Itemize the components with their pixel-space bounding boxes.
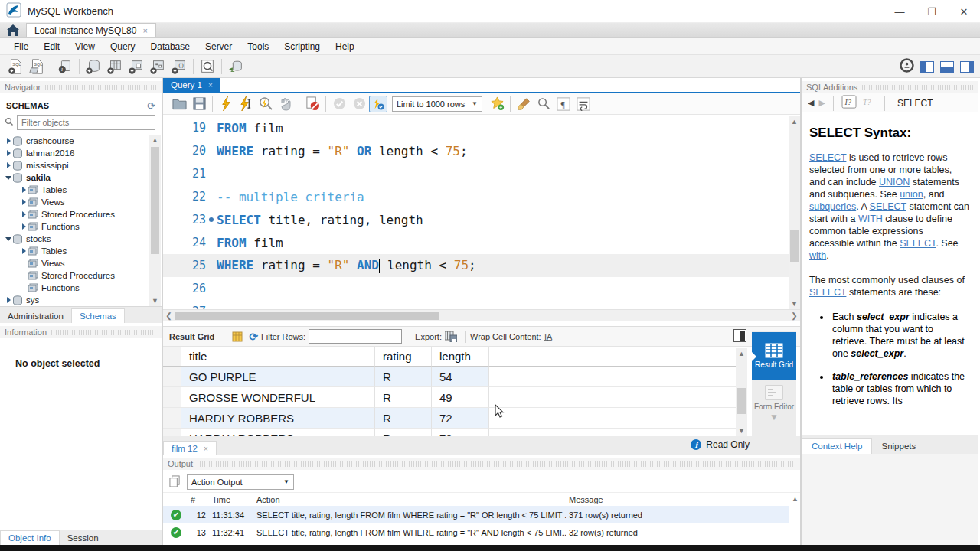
tab-administration[interactable]: Administration [0,309,71,323]
beautify-sql-button[interactable] [514,95,534,113]
help-link[interactable]: SELECT [870,201,906,212]
tree-item-crashcourse[interactable]: crashcourse [0,135,149,147]
tree-item-views[interactable]: Views [0,257,149,269]
output-view-dropdown[interactable]: Action Output▼ [187,474,294,490]
create-view-button[interactable] [126,57,147,77]
restore-button[interactable]: ❐ [916,0,948,23]
tab-schemas[interactable]: Schemas [71,308,125,323]
grid-column-title[interactable]: title [181,347,375,367]
toggle-left-panel-button[interactable] [920,61,934,73]
grid-column-rating[interactable]: rating [375,347,432,367]
filter-rows-input[interactable] [309,329,402,344]
create-function-button[interactable]: () [168,57,190,77]
tab-film-result[interactable]: film 12 × [163,441,217,455]
context-help-auto-icon[interactable]: I? [841,95,857,111]
tree-item-mississippi[interactable]: mississippi [0,159,149,171]
create-table-button[interactable] [104,57,126,77]
tree-item-tables[interactable]: Tables [0,184,149,196]
help-link[interactable]: subqueries [809,201,856,212]
help-link[interactable]: SELECT [809,152,846,163]
tree-item-sakila[interactable]: sakila [0,171,149,184]
code-line-27[interactable]: 27 [163,300,789,309]
menu-file[interactable]: File [6,41,36,52]
save-button[interactable] [189,95,209,113]
toggle-right-panel-button[interactable] [960,61,974,73]
menu-scripting[interactable]: Scripting [276,41,328,52]
menu-query[interactable]: Query [103,41,143,52]
search-data-button[interactable] [197,57,218,77]
home-tab[interactable] [0,23,26,37]
tree-item-views[interactable]: Views [0,196,149,208]
execute-statement-button[interactable] [236,95,256,113]
schema-filter-input[interactable] [17,115,155,130]
toggle-bottom-panel-button[interactable] [940,61,954,73]
editor-vertical-scrollbar[interactable]: ▲ ▼ [789,116,800,309]
menu-view[interactable]: View [67,41,103,52]
commit-button[interactable] [329,95,349,113]
code-line-23[interactable]: 23SELECT title, rating, length [163,208,789,231]
toggle-word-wrap-button[interactable] [573,95,593,113]
forward-icon[interactable]: ▶ [818,98,825,108]
create-procedure-button[interactable] [147,57,168,77]
grid-row[interactable]: HARDLY ROBBERSR72 [163,429,737,436]
code-line-21[interactable]: 21 [163,162,789,185]
grid-row[interactable]: GROSSE WONDERFULR49 [163,387,737,408]
export-icon[interactable] [445,331,457,342]
help-link[interactable]: with [809,250,826,261]
toggle-stop-on-error-button[interactable] [302,95,322,113]
toggle-autocommit-button[interactable] [369,96,387,112]
tab-snippets[interactable]: Snippets [872,439,925,454]
grid-row[interactable]: GO PURPLER54 [163,367,737,387]
tree-item-stocks[interactable]: stocks [0,233,149,245]
code-line-24[interactable]: 24FROM film [163,231,789,254]
code-line-25[interactable]: 25WHERE rating = "R" AND length < 75; [163,254,789,277]
user-account-icon[interactable] [900,58,914,75]
sql-code-editor[interactable]: 19FROM film20WHERE rating = "R" OR lengt… [163,116,789,309]
tab-session[interactable]: Session [60,531,106,545]
grid-column-length[interactable]: length [432,347,489,367]
tree-item-stored-procedures[interactable]: Stored Procedures [0,208,149,220]
menu-edit[interactable]: Edit [36,41,67,52]
grid-vertical-scrollbar[interactable]: ▲ ▼ [736,348,747,436]
output-row[interactable]: ✔1311:32:41SELECT title, rating, length … [163,523,789,541]
toggle-invisible-chars-button[interactable]: ¶ [554,95,573,113]
grid-view-icon[interactable] [232,331,243,342]
open-sql-script-button[interactable]: SQL [26,57,47,77]
rollback-button[interactable] [349,95,369,113]
output-scroll-up-icon[interactable]: ▲ [792,495,799,503]
editor-horizontal-scrollbar[interactable]: ❮ ❯ [163,309,800,321]
tree-item-lahman2016[interactable]: lahman2016 [0,147,149,159]
collapse-grid-panel-icon[interactable] [733,329,746,342]
code-line-22[interactable]: 22-- multiple criteria [163,185,789,208]
tab-object-info[interactable]: Object Info [0,530,60,545]
tree-item-functions[interactable]: Functions [0,220,149,233]
form-editor-view-button[interactable]: Form Editor ▼ [752,380,796,427]
menu-server[interactable]: Server [198,41,240,52]
refresh-schemas-icon[interactable]: ⟳ [147,100,155,112]
tab-context-help[interactable]: Context Help [802,438,872,454]
tab-query-1[interactable]: Query 1 × [163,78,220,92]
help-link[interactable]: SELECT [900,238,936,249]
back-icon[interactable]: ◀ [808,98,814,108]
reconnect-dbms-button[interactable] [225,57,247,77]
save-snippet-button[interactable] [487,95,507,113]
help-link[interactable]: SELECT [809,287,846,298]
create-schema-button[interactable] [83,57,104,77]
tree-item-functions[interactable]: Functions [0,282,149,294]
execute-query-button[interactable] [216,95,236,113]
new-query-tab-button[interactable]: SQL [5,57,26,77]
connection-tab[interactable]: Local instance MySQL80 × [26,23,156,37]
menu-help[interactable]: Help [328,41,362,52]
navigator-scrollbar[interactable]: ▲ ▼ [149,135,161,306]
find-button[interactable] [534,95,554,113]
refresh-grid-icon[interactable]: ⟳ [249,331,258,343]
open-inspector-button[interactable]: i [54,57,76,77]
close-tab-icon[interactable]: × [142,26,147,35]
output-row[interactable]: ✔1211:31:34SELECT title, rating, length … [163,506,789,523]
result-grid[interactable]: titleratinglengthGO PURPLER54GROSSE WOND… [163,347,737,436]
grid-row[interactable]: HARDLY ROBBERSR72 [163,408,737,429]
limit-rows-dropdown[interactable]: Limit to 1000 rows▼ [392,96,482,112]
context-help-manual-icon[interactable]: T? [861,95,877,111]
wrap-cell-icon[interactable]: I̲A̲ [544,331,556,342]
result-grid-view-button[interactable]: Result Grid [752,332,796,380]
